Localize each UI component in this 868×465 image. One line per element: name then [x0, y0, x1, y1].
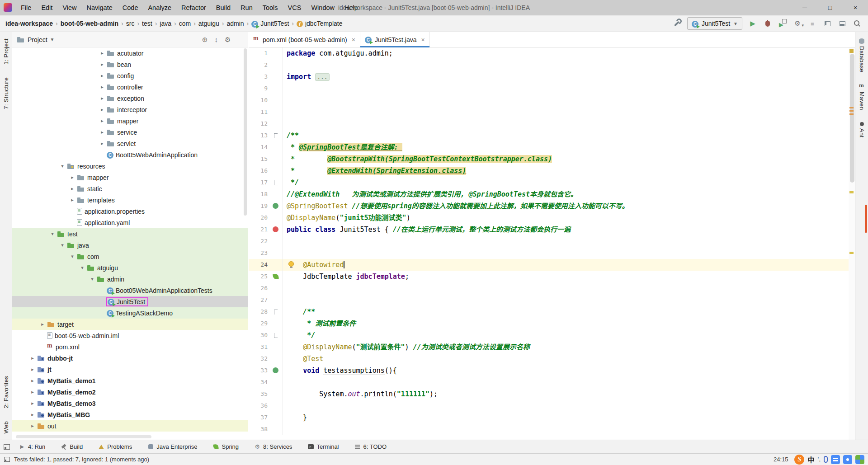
chinese-mode-icon[interactable]: 中 — [807, 455, 814, 464]
tree-expand-arrow-icon[interactable]: ▸ — [68, 174, 76, 180]
stripe-ant[interactable]: Ant — [859, 122, 865, 137]
tree-item-mybatis-mbg[interactable]: ▸MyBatis_MBG — [12, 409, 248, 420]
fold-region-end-icon[interactable] — [274, 333, 278, 338]
tree-expand-arrow-icon[interactable]: ▸ — [98, 50, 106, 56]
close-tab-icon[interactable]: × — [421, 36, 425, 43]
tree-expand-arrow-icon[interactable]: ▸ — [28, 355, 37, 361]
tree-item-bean[interactable]: ▸bean — [12, 59, 248, 70]
code-line-16[interactable]: 16 * @ExtendWith(SpringExtension.class) — [249, 165, 849, 177]
menu-edit[interactable]: Edit — [36, 0, 57, 15]
tree-item-mapper[interactable]: ▸mapper — [12, 172, 248, 183]
tree-item-com[interactable]: ▾com — [12, 251, 248, 262]
tree-expand-arrow-icon[interactable]: ▸ — [38, 321, 47, 327]
tree-item-jt[interactable]: ▸jt — [12, 364, 248, 375]
debug-icon[interactable] — [763, 19, 772, 28]
tree-item-target[interactable]: ▸target — [12, 319, 248, 330]
stripe-mark[interactable] — [849, 191, 854, 193]
code-line-28[interactable]: 28 /** — [249, 306, 849, 318]
code-line-14[interactable]: 14 * @SpringBootTest是复合注解: — [249, 141, 849, 153]
close-tab-icon[interactable]: × — [352, 36, 355, 43]
tree-expand-arrow-icon[interactable]: ▸ — [98, 129, 106, 135]
code-line-36[interactable]: 36 — [249, 400, 849, 412]
toolbox-icon[interactable] — [843, 455, 852, 464]
code-line-15[interactable]: 15 * @BootstrapWith(SpringBootTestContex… — [249, 153, 849, 165]
menu-navigate[interactable]: Navigate — [82, 0, 118, 15]
locate-file-icon[interactable]: ⊕ — [202, 36, 208, 44]
tree-expand-arrow-icon[interactable]: ▸ — [98, 73, 106, 79]
tree-item-testingastackdemo[interactable]: TestingAStackDemo — [12, 307, 248, 319]
code-line-13[interactable]: 13/** — [249, 130, 849, 141]
tree-item-test[interactable]: ▾test — [12, 228, 248, 240]
toolwindow-button-4-run[interactable]: 4: Run — [19, 443, 45, 450]
project-vertical-scrollbar[interactable] — [244, 48, 247, 216]
maximize-button[interactable]: □ — [817, 0, 843, 15]
tree-item-atguigu[interactable]: ▾atguigu — [12, 262, 248, 273]
tree-expand-arrow-icon[interactable]: ▾ — [58, 242, 66, 248]
tree-expand-arrow-icon[interactable]: ▸ — [68, 197, 76, 203]
intention-bulb-icon[interactable] — [288, 261, 294, 267]
tree-item-dubbo-jt[interactable]: ▸dubbo-jt — [12, 352, 248, 364]
menu-analyze[interactable]: Analyze — [143, 0, 176, 15]
fold-region-start-icon[interactable] — [274, 133, 278, 138]
code-line-35[interactable]: 35 System.out.println("111111"); — [249, 388, 849, 400]
tree-item-mybatis-demo2[interactable]: ▸MyBatis_demo2 — [12, 386, 248, 398]
sogou-icon[interactable]: S — [794, 455, 804, 465]
stripe-1-project[interactable]: 1: Project — [3, 38, 9, 65]
breadcrumb-item-idea-workspace[interactable]: idea-workspace — [5, 20, 53, 27]
project-panel-title[interactable]: Project — [28, 36, 47, 43]
code-line-34[interactable]: 34 — [249, 376, 849, 388]
code-line-30[interactable]: 30 */ — [249, 329, 849, 341]
coverage-icon[interactable] — [778, 19, 787, 28]
code-line-20[interactable]: 20@DisplayName("junit5功能测试类") — [249, 212, 849, 224]
tree-expand-arrow-icon[interactable]: ▸ — [98, 95, 106, 101]
punctuation-icon[interactable]: ’, — [818, 456, 821, 463]
inspection-status-icon[interactable] — [849, 49, 854, 53]
tree-expand-arrow-icon[interactable]: ▾ — [78, 265, 86, 271]
tree-expand-arrow-icon[interactable]: ▸ — [28, 366, 37, 372]
stripe-mark[interactable] — [849, 110, 854, 112]
tree-expand-arrow-icon[interactable]: ▸ — [28, 400, 37, 406]
code-area[interactable]: 1package com.atguigu.admin;23import ...9… — [249, 47, 849, 440]
tree-expand-arrow-icon[interactable]: ▸ — [98, 84, 106, 90]
tree-item-controller[interactable]: ▸controller — [12, 81, 248, 93]
window-icon[interactable] — [838, 19, 847, 28]
code-line-33[interactable]: 33 void testassumptions(){ — [249, 365, 849, 376]
toolwindow-button-6-todo[interactable]: 6: TODO — [354, 443, 387, 450]
tree-item-config[interactable]: ▸config — [12, 70, 248, 81]
tree-item-interceptor[interactable]: ▸interceptor — [12, 104, 248, 115]
test-results-summary[interactable]: Tests failed: 1, passed: 7, ignored: 1 (… — [14, 456, 149, 463]
menu-run[interactable]: Run — [236, 0, 258, 15]
code-line-11[interactable]: 11 — [249, 106, 849, 118]
tree-expand-arrow-icon[interactable]: ▾ — [58, 163, 66, 169]
toolwindow-button-terminal[interactable]: Terminal — [307, 443, 339, 450]
code-line-18[interactable]: 18//@ExtendWith 为测试类或测试方法提供扩展类引用, @Sprin… — [249, 188, 849, 200]
hide-panel-icon[interactable]: ─ — [237, 36, 242, 43]
tree-item-boot05webadminapplicationtests[interactable]: Boot05WebAdminApplicationTests — [12, 285, 248, 296]
breadcrumb-item-src[interactable]: src — [126, 20, 135, 27]
code-line-24[interactable]: 24 @Autowired — [249, 259, 849, 271]
tree-item-servlet[interactable]: ▸servlet — [12, 138, 248, 149]
tree-expand-arrow-icon[interactable]: ▾ — [48, 231, 57, 237]
menu-refactor[interactable]: Refactor — [176, 0, 211, 15]
menu-file[interactable]: File — [16, 0, 36, 15]
code-line-9[interactable]: 9 — [249, 83, 849, 94]
grid-icon[interactable] — [855, 455, 864, 464]
tree-item-application-yaml[interactable]: application.yaml — [12, 217, 248, 228]
breadcrumb-item-boot-05-web-admin[interactable]: boot-05-web-admin — [61, 20, 118, 27]
breadcrumb-item-java[interactable]: java — [160, 20, 171, 27]
stripe-2-favorites[interactable]: 2: Favorites — [3, 376, 9, 409]
toolwindow-button-8-services[interactable]: 8: Services — [254, 443, 292, 450]
breadcrumb-item-jdbctemplate[interactable]: jdbcTemplate — [297, 20, 343, 27]
test-passed-run-icon[interactable] — [273, 203, 278, 209]
tree-item-out[interactable]: ▸out — [12, 420, 248, 432]
fold-region-end-icon[interactable] — [274, 180, 278, 185]
breadcrumb-item-atguigu[interactable]: atguigu — [198, 20, 219, 27]
project-horizontal-scrollbar[interactable] — [16, 435, 151, 438]
toolwindow-button-problems[interactable]: Problems — [98, 443, 132, 450]
tree-expand-arrow-icon[interactable]: ▸ — [98, 107, 106, 113]
toolwindow-button-build[interactable]: Build — [61, 443, 83, 450]
caret-position[interactable]: 24:15 — [774, 456, 788, 463]
code-line-38[interactable]: 38 — [249, 423, 849, 435]
code-line-19[interactable]: 19@SpringBootTest //想要使用spring的容器注入功能就需要… — [249, 200, 849, 212]
tab-pom-xml-boot-05-web-admin[interactable]: pom.xml (boot-05-web-admin)× — [249, 32, 360, 47]
